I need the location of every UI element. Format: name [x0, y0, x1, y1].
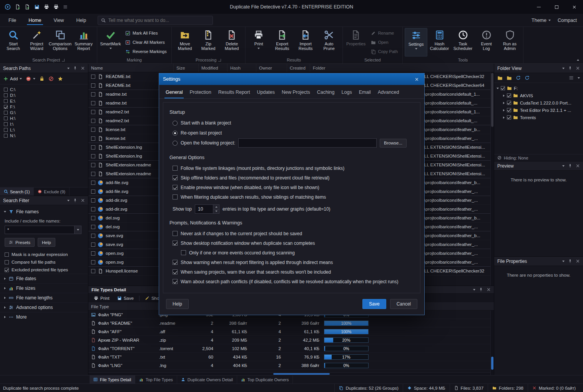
- cancel-button[interactable]: Cancel: [390, 299, 417, 309]
- settings-checkbox[interactable]: [181, 250, 186, 255]
- file-checkbox[interactable]: [91, 234, 95, 238]
- filter-checkbox[interactable]: [5, 260, 9, 264]
- save-button[interactable]: Save: [362, 299, 386, 309]
- radio-button[interactable]: [173, 121, 178, 126]
- scrollbar-vertical[interactable]: [490, 311, 494, 375]
- settings-checkbox-row[interactable]: When filtering duplicate search results,…: [169, 192, 414, 202]
- zip-marked-button[interactable]: ZipMarked: [197, 28, 220, 56]
- radio-row[interactable]: Re-open last project: [169, 128, 414, 138]
- chevron-down-icon[interactable]: [473, 289, 475, 291]
- column-header[interactable]: Owner: [256, 64, 287, 72]
- drive-item[interactable]: N:\: [0, 133, 88, 138]
- lock-icon[interactable]: [39, 76, 45, 81]
- new-folder-icon[interactable]: [497, 75, 503, 81]
- block-icon[interactable]: [48, 76, 54, 81]
- settings-tab[interactable]: Email: [355, 86, 374, 98]
- export-results-button[interactable]: ExportResults: [271, 28, 294, 56]
- task-scheduler-button[interactable]: TaskScheduler: [452, 28, 474, 56]
- tree-item[interactable]: CudaText 1.222.0.0 Port...: [494, 99, 583, 106]
- pin-icon[interactable]: [479, 287, 483, 292]
- file-type-row[interactable]: Файл "AFF" .aff 4 61,1 КБ 4 61,1 КБ 100%: [88, 327, 494, 336]
- rename-button[interactable]: Rename: [369, 29, 399, 37]
- settings-tab[interactable]: Results Report: [215, 86, 254, 98]
- copy-path-button[interactable]: Copy Path: [369, 48, 399, 55]
- open-project-icon[interactable]: [25, 4, 30, 10]
- close-icon[interactable]: [487, 287, 491, 292]
- drive-item[interactable]: D:\: [0, 92, 88, 98]
- drive-item[interactable]: G:\: [0, 110, 88, 115]
- pin-icon[interactable]: [568, 164, 572, 168]
- properties-button[interactable]: Properties: [345, 28, 367, 56]
- settings-checkbox[interactable]: [173, 260, 178, 265]
- refresh-icon[interactable]: [516, 75, 521, 80]
- remove-path-button[interactable]: [26, 76, 35, 81]
- settings-tab[interactable]: Logs: [338, 86, 355, 98]
- file-type-row[interactable]: Файл "TORRENT" .torrent 2,504 102 МБ 2 4…: [88, 344, 494, 353]
- settings-tab[interactable]: Updates: [253, 86, 278, 98]
- drive-checkbox[interactable]: [4, 134, 8, 138]
- pin-icon[interactable]: [73, 198, 77, 203]
- drive-checkbox[interactable]: [4, 116, 8, 120]
- expander-icon[interactable]: [503, 116, 505, 119]
- file-type-row[interactable]: Файл "TXT" .txt 60 434 КБ 16 76,9 КБ 17%: [88, 353, 494, 361]
- expander-icon[interactable]: [503, 95, 505, 97]
- print-preview-icon[interactable]: [53, 4, 59, 10]
- open-project-radio-row[interactable]: Open the following project: Browse...: [169, 138, 414, 148]
- file-checkbox[interactable]: [91, 207, 95, 211]
- settings-checkbox[interactable]: [173, 279, 178, 284]
- tree-item-root[interactable]: F:: [494, 85, 583, 92]
- folders-icon[interactable]: [507, 75, 512, 81]
- settings-checkbox[interactable]: [173, 175, 178, 180]
- chevron-down-icon[interactable]: [562, 165, 565, 167]
- file-checkbox[interactable]: [91, 181, 95, 185]
- filter-section[interactable]: File dates: [0, 274, 88, 283]
- start-search-button[interactable]: StartSearch: [2, 28, 25, 56]
- filter-section[interactable]: More: [0, 312, 88, 322]
- file-checkbox[interactable]: [91, 216, 95, 220]
- settings-checkbox-row[interactable]: Show desktop notification window when du…: [169, 238, 414, 248]
- filter-section[interactable]: File sizes: [0, 283, 88, 293]
- menu-tab[interactable]: Home: [22, 14, 47, 27]
- theme-dropdown[interactable]: Theme: [532, 18, 551, 23]
- drive-checkbox[interactable]: [4, 93, 8, 97]
- file-checkbox[interactable]: [91, 198, 95, 203]
- drive-checkbox[interactable]: [4, 99, 8, 103]
- paths-tab[interactable]: Search (1): [0, 188, 34, 196]
- close-icon[interactable]: [576, 66, 580, 70]
- file-checkbox[interactable]: [91, 260, 95, 264]
- file-checkbox[interactable]: [91, 163, 95, 167]
- hash-calculator-button[interactable]: HashCalculator: [428, 28, 451, 56]
- settings-tab[interactable]: Protection: [186, 86, 214, 98]
- radio-button[interactable]: [173, 141, 178, 146]
- move-marked-button[interactable]: MoveMarked: [174, 28, 196, 56]
- file-type-row[interactable]: Файл "README" .readme 2 398 байт 2 398 б…: [88, 319, 494, 327]
- qat-customize-icon[interactable]: [63, 5, 68, 9]
- close-icon[interactable]: [576, 164, 580, 168]
- project-path-input[interactable]: [238, 138, 377, 148]
- help-button[interactable]: Help: [38, 238, 55, 247]
- filter-checkbox[interactable]: [5, 268, 9, 272]
- minimize-button[interactable]: [530, 0, 548, 14]
- reverse-markings-button[interactable]: Reverse Markings: [124, 48, 168, 55]
- file-checkbox[interactable]: [91, 75, 95, 79]
- file-checkbox[interactable]: [91, 119, 95, 123]
- close-icon[interactable]: [81, 198, 85, 203]
- file-type-row[interactable]: Архив ZIP - WinRAR .zip 4 209 МБ 2 42,2 …: [88, 336, 494, 344]
- mark-all-files-button[interactable]: Mark All Files: [124, 29, 168, 37]
- scrollbar-horizontal[interactable]: [88, 372, 490, 375]
- file-checkbox[interactable]: [91, 101, 95, 105]
- tree-checkbox[interactable]: [507, 101, 511, 105]
- save-icon[interactable]: [34, 4, 40, 10]
- bottom-tab[interactable]: Duplicate Owners Detail: [177, 375, 237, 384]
- chevron-down-icon[interactable]: [562, 68, 565, 69]
- settings-checkbox[interactable]: [173, 241, 178, 246]
- drive-item[interactable]: H:\: [0, 115, 88, 121]
- compact-toggle[interactable]: Compact: [558, 18, 577, 23]
- drive-checkbox[interactable]: [4, 128, 8, 132]
- bottom-tab[interactable]: Top Duplicate Owners: [237, 375, 293, 384]
- delete-marked-button[interactable]: DeleteMarked: [221, 28, 243, 56]
- print-icon[interactable]: [44, 4, 49, 10]
- tree-checkbox[interactable]: [507, 108, 511, 112]
- file-checkbox[interactable]: [91, 269, 95, 273]
- radio-row[interactable]: Start with a blank project: [169, 118, 414, 128]
